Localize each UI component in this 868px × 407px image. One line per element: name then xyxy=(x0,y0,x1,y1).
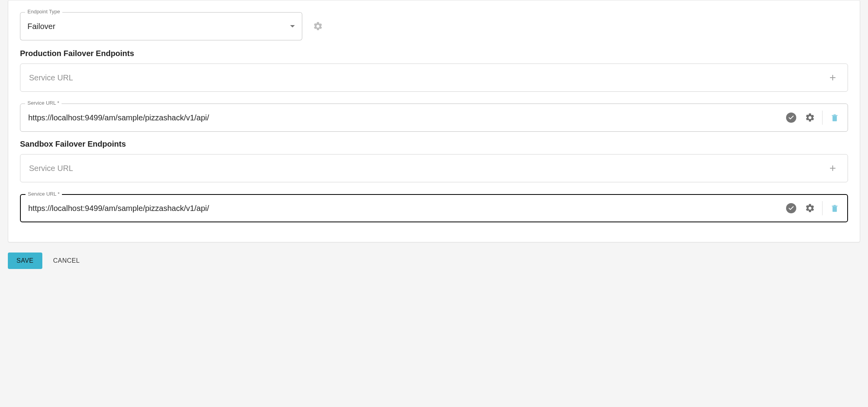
endpoint-type-label: Endpoint Type xyxy=(25,9,62,14)
trash-icon xyxy=(830,204,839,213)
gear-icon xyxy=(805,113,815,123)
production-section-title: Production Failover Endpoints xyxy=(20,49,848,58)
production-add-url-button[interactable] xyxy=(826,71,840,85)
check-circle-icon xyxy=(786,203,796,213)
sandbox-add-url-row xyxy=(20,154,848,182)
sandbox-url-row: Service URL * xyxy=(20,194,848,222)
cancel-button[interactable]: CANCEL xyxy=(51,253,82,269)
sandbox-row-actions xyxy=(784,201,841,215)
sandbox-section-title: Sandbox Failover Endpoints xyxy=(20,140,848,149)
production-delete-button[interactable] xyxy=(828,111,841,124)
production-url-row: Service URL * xyxy=(20,104,848,132)
sandbox-add-url-input[interactable] xyxy=(28,164,826,173)
row-divider xyxy=(822,111,823,125)
footer-actions: SAVE CANCEL xyxy=(8,253,860,269)
production-url-label: Service URL * xyxy=(25,100,62,105)
production-add-url-row xyxy=(20,64,848,92)
sandbox-delete-button[interactable] xyxy=(828,202,841,215)
endpoint-type-row: Endpoint Type Failover xyxy=(20,12,848,40)
row-divider xyxy=(822,201,823,215)
endpoint-type-value: Failover xyxy=(27,22,55,31)
sandbox-add-url-button[interactable] xyxy=(826,161,840,175)
sandbox-url-label: Service URL * xyxy=(25,191,62,196)
sandbox-settings-button[interactable] xyxy=(803,202,817,215)
chevron-down-icon xyxy=(290,25,295,27)
sandbox-url-input[interactable] xyxy=(27,204,781,213)
check-circle-icon xyxy=(786,113,796,123)
gear-icon xyxy=(313,21,323,31)
plus-icon xyxy=(828,164,837,173)
production-add-url-input[interactable] xyxy=(28,73,826,83)
plus-icon xyxy=(828,73,837,82)
endpoint-type-select[interactable]: Endpoint Type Failover xyxy=(20,12,302,40)
production-url-input[interactable] xyxy=(27,113,781,123)
endpoint-type-settings-button[interactable] xyxy=(310,18,326,34)
production-settings-button[interactable] xyxy=(803,111,817,124)
save-button[interactable]: SAVE xyxy=(8,253,42,269)
sandbox-validate-button[interactable] xyxy=(784,202,798,215)
trash-icon xyxy=(830,113,839,122)
production-validate-button[interactable] xyxy=(784,111,798,124)
production-row-actions xyxy=(784,111,841,125)
gear-icon xyxy=(805,203,815,213)
endpoints-card: Endpoint Type Failover Production Failov… xyxy=(8,0,860,242)
